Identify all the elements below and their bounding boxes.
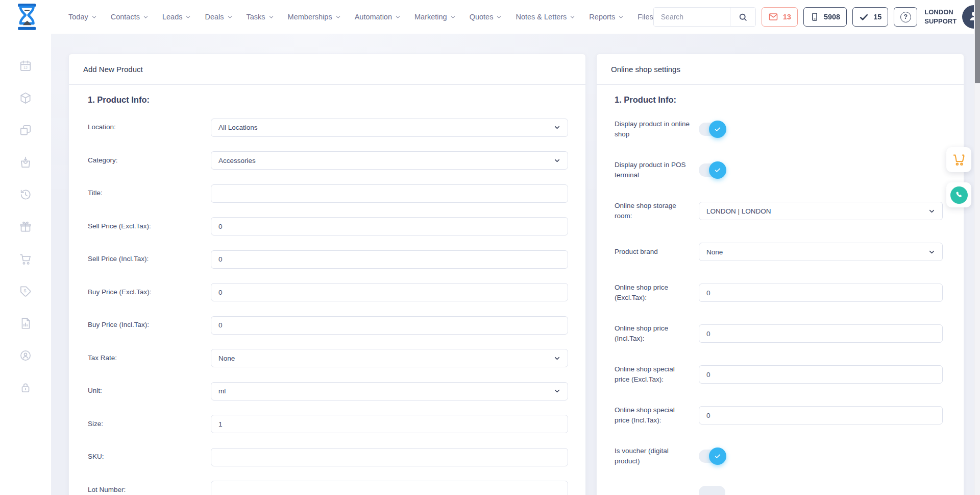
scrollbar-thumb[interactable]	[975, 0, 980, 83]
sidebar: 12$	[0, 34, 51, 495]
sidebar-item-history[interactable]	[19, 188, 32, 201]
main-content: Add New Product 1. Product Info: Locatio…	[51, 34, 980, 495]
checkmark-icon	[859, 12, 869, 22]
shop-cart-float-button[interactable]	[946, 147, 971, 172]
sell-price-excl-tax-label: Sell Price (Excl.Tax):	[88, 221, 211, 231]
sidebar-item-calendar[interactable]: 12	[19, 59, 32, 73]
sidebar-item-support[interactable]	[19, 349, 32, 362]
search-icon[interactable]	[730, 8, 755, 26]
nav-item-automation[interactable]: Automation	[355, 13, 401, 21]
online-shop-special-price-incl-tax-input[interactable]	[699, 406, 943, 425]
select-value: Accessories	[218, 157, 256, 164]
field-control: All Locations	[211, 119, 568, 137]
help-button[interactable]: ?	[894, 7, 917, 27]
product-brand-label: Product brand	[615, 247, 699, 257]
nav-item-marketing[interactable]: Marketing	[414, 13, 456, 21]
messages-indicator[interactable]: 13	[762, 7, 798, 27]
nav-item-label: Tasks	[247, 13, 265, 21]
online-shop-special-price-excl-tax-input[interactable]	[699, 365, 943, 384]
nav-item-label: Memberships	[288, 13, 332, 21]
unit-select[interactable]: ml	[211, 382, 568, 400]
buy-price-excl-tax-input[interactable]	[211, 283, 568, 301]
size-input[interactable]	[211, 415, 568, 433]
display-in-online-shop-toggle[interactable]	[699, 123, 725, 136]
search-input[interactable]	[654, 8, 730, 26]
topbar-right: 13590815 ? LONDON SUPPORT	[653, 5, 980, 29]
sell-price-excl-tax-input[interactable]	[211, 217, 568, 235]
online-shop-special-price-excl-tax-label: Online shop special price (Excl.Tax):	[615, 364, 699, 385]
field-row-unit: Unit:ml	[88, 382, 568, 400]
nav-item-reports[interactable]: Reports	[589, 13, 624, 21]
nav-item-deals[interactable]: Deals	[205, 13, 232, 21]
product-brand-select[interactable]: None	[699, 243, 943, 261]
sidebar-item-cart[interactable]	[19, 252, 32, 266]
buy-price-incl-tax-label: Buy Price (Incl.Tax):	[88, 320, 211, 330]
sidebar-item-copy[interactable]	[19, 124, 32, 137]
tax-rate-select[interactable]: None	[211, 349, 568, 367]
chevron-down-icon	[91, 14, 97, 20]
indicator-count: 15	[873, 13, 881, 21]
sku-input[interactable]	[211, 448, 568, 466]
sidebar-item-package[interactable]	[19, 91, 32, 105]
nav-item-today[interactable]: Today	[68, 13, 97, 21]
nav-item-label: Leads	[162, 13, 183, 21]
field-control: None	[211, 349, 568, 367]
nav-item-label: Files	[638, 13, 653, 21]
nav-item-leads[interactable]: Leads	[162, 13, 191, 21]
field-row-sku: SKU:	[88, 447, 568, 466]
category-select[interactable]: Accessories	[211, 151, 568, 170]
chevron-down-icon	[496, 14, 502, 20]
field-row-lot-number: Lot Number:	[88, 481, 568, 495]
add-new-product-panel: Add New Product 1. Product Info: Locatio…	[68, 54, 586, 495]
nav-item-label: Deals	[205, 13, 224, 21]
toggle-checkmark-icon	[709, 121, 726, 138]
nav-item-notes-letters[interactable]: Notes & Letters	[516, 13, 575, 21]
nav-item-contacts[interactable]: Contacts	[111, 13, 149, 21]
phone-icon	[950, 186, 968, 204]
select-value: None	[218, 355, 235, 362]
calls-indicator[interactable]: 5908	[803, 7, 847, 27]
app-logo-hourglass-icon[interactable]	[14, 3, 42, 31]
nav-item-files[interactable]: Files	[638, 13, 653, 21]
location-select[interactable]: All Locations	[211, 119, 568, 137]
sidebar-item-lock[interactable]	[19, 381, 32, 394]
chevron-down-icon	[335, 14, 341, 20]
nav-item-label: Notes & Letters	[516, 13, 567, 21]
nav-item-quotes[interactable]: Quotes	[470, 13, 502, 21]
field-control	[699, 365, 943, 384]
online-shop-price-incl-tax-input[interactable]	[699, 324, 943, 343]
sidebar-item-report[interactable]	[19, 317, 32, 330]
online-shop-price-excl-tax-label: Online shop price (Excl.Tax):	[615, 282, 699, 303]
is-voucher-digital-product-toggle[interactable]	[699, 450, 725, 463]
sidebar-item-price-tag[interactable]: $	[19, 285, 32, 298]
section-heading: 1. Product Info:	[88, 95, 568, 105]
field-row-online-shop-price-incl-tax: Online shop price (Incl.Tax):	[615, 322, 943, 345]
buy-price-incl-tax-input[interactable]	[211, 316, 568, 335]
lot-number-input[interactable]	[211, 481, 568, 495]
display-in-pos-terminal-toggle[interactable]	[699, 163, 725, 177]
category-label: Category:	[88, 155, 211, 166]
field-row-sell-price-excl-tax: Sell Price (Excl.Tax):	[88, 217, 568, 236]
online-shop-storage-room-select[interactable]: LONDON | LONDON	[699, 202, 943, 220]
nav-item-memberships[interactable]: Memberships	[288, 13, 341, 21]
online-shop-price-excl-tax-input[interactable]	[699, 284, 943, 302]
nav-item-tasks[interactable]: Tasks	[247, 13, 274, 21]
display-in-pos-terminal-label: Display product in POS terminal	[615, 160, 699, 181]
sidebar-item-shopping-bag[interactable]	[19, 156, 32, 169]
select-value: LONDON | LONDON	[706, 207, 771, 215]
field-control: Accessories	[211, 151, 568, 170]
partial-toggle[interactable]	[699, 486, 725, 495]
sell-price-incl-tax-input[interactable]	[211, 250, 568, 269]
sidebar-item-gift[interactable]	[19, 220, 32, 233]
title-input[interactable]	[211, 184, 568, 203]
field-row-tax-rate: Tax Rate:None	[88, 349, 568, 368]
vertical-scrollbar[interactable]	[974, 0, 980, 495]
toggle-checkmark-icon	[709, 447, 726, 465]
calendar-icon: 12	[19, 59, 32, 73]
online-shop-form: Display product in online shopDisplay pr…	[615, 118, 943, 467]
nav-item-label: Automation	[355, 13, 392, 21]
chevron-down-icon	[554, 157, 560, 164]
tasks-done-indicator[interactable]: 15	[852, 7, 888, 27]
call-float-button[interactable]	[946, 182, 971, 207]
user-name[interactable]: LONDON SUPPORT	[924, 8, 957, 26]
